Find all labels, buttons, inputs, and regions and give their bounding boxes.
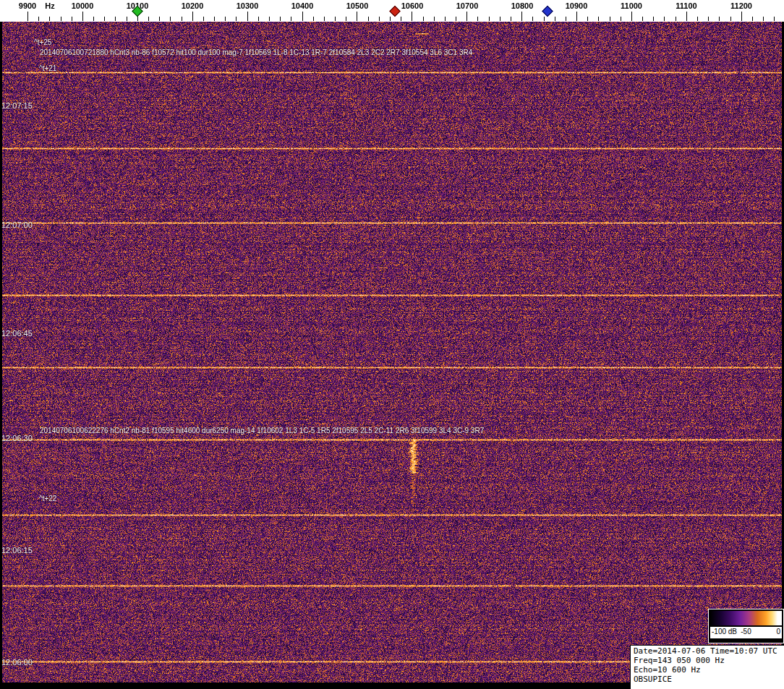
- ruler-tick: [489, 17, 490, 21]
- marker-blue-diamond[interactable]: [542, 6, 553, 17]
- ruler-tick: [214, 17, 215, 21]
- ruler-tick: [477, 17, 478, 21]
- ruler-tick: [774, 17, 775, 21]
- ruler-tick: [642, 17, 643, 21]
- ruler-tick: [521, 12, 522, 21]
- ruler-tick: [621, 17, 621, 21]
- ruler-label: 11100: [676, 1, 696, 10]
- ruler-tick: [346, 17, 346, 21]
- ruler-tick: [434, 17, 435, 21]
- ruler-tick: [269, 17, 270, 21]
- ruler-tick: [192, 12, 193, 21]
- ruler-tick: [225, 17, 226, 21]
- ruler-tick: [258, 17, 259, 21]
- ruler-label: 10800: [511, 1, 534, 10]
- ruler-tick: [500, 17, 500, 21]
- ruler-tick: [401, 17, 401, 21]
- ruler-tick: [148, 17, 149, 21]
- ruler-tick: [719, 17, 720, 21]
- ruler-tick: [170, 17, 171, 21]
- ruler-tick: [247, 12, 248, 21]
- ruler-label: 11200: [730, 1, 752, 10]
- ruler-tick: [302, 12, 303, 21]
- ruler-tick: [763, 17, 764, 21]
- ruler-tick: [664, 17, 665, 21]
- ruler-label: 10300: [237, 1, 259, 10]
- ruler-tick: [127, 17, 127, 21]
- ruler-tick: [324, 17, 325, 21]
- ruler-tick: [93, 17, 94, 21]
- ruler-tick: [203, 17, 204, 21]
- ruler-tick: [72, 17, 72, 21]
- waterfall-display: 9900100001010010200103001040010500106001…: [0, 0, 784, 689]
- ruler-label: 10400: [291, 1, 314, 10]
- ruler-tick: [182, 17, 182, 21]
- ruler-tick: [236, 17, 237, 21]
- ruler-tick: [708, 17, 709, 21]
- ruler-tick: [38, 17, 39, 21]
- ruler-tick: [357, 12, 357, 21]
- ruler-tick: [610, 17, 610, 21]
- ruler-tick: [741, 12, 742, 21]
- ruler-tick: [27, 12, 28, 21]
- ruler-tick: [82, 12, 83, 21]
- ruler-tick: [511, 17, 511, 21]
- ruler-tick: [159, 17, 160, 21]
- ruler-tick: [544, 17, 545, 21]
- ruler-tick: [313, 17, 314, 21]
- ruler-tick: [598, 17, 599, 21]
- ruler-tick: [466, 12, 467, 21]
- ruler-tick: [335, 17, 336, 21]
- ruler-tick: [379, 17, 380, 21]
- ruler-tick: [115, 17, 116, 21]
- marker-red-diamond[interactable]: [389, 6, 401, 17]
- ruler-unit-label: Hz: [45, 1, 54, 10]
- ruler-label: 10700: [456, 1, 479, 10]
- ruler-label: 10000: [72, 1, 94, 10]
- ruler-tick: [576, 12, 577, 21]
- ruler-tick: [631, 12, 632, 21]
- ruler-tick: [368, 17, 369, 21]
- ruler-tick: [566, 17, 566, 21]
- ruler-tick: [280, 17, 281, 21]
- ruler-tick: [676, 17, 676, 21]
- ruler-tick: [61, 17, 61, 21]
- ruler-tick: [686, 12, 687, 21]
- ruler-label: 11000: [621, 1, 642, 10]
- ruler-label: 9900: [19, 1, 36, 10]
- ruler-tick: [412, 12, 412, 21]
- ruler-tick: [456, 17, 456, 21]
- ruler-label: 10500: [346, 1, 369, 10]
- ruler-tick: [555, 17, 555, 21]
- ruler-tick: [104, 17, 105, 21]
- ruler-tick: [390, 17, 391, 21]
- ruler-tick: [445, 17, 446, 21]
- ruler-tick: [730, 17, 731, 21]
- ruler-tick: [423, 17, 424, 21]
- ruler-tick: [752, 17, 753, 21]
- frequency-ruler[interactable]: 9900100001010010200103001040010500106001…: [0, 0, 784, 22]
- ruler-label: 10600: [401, 1, 424, 10]
- ruler-tick: [49, 17, 50, 21]
- ruler-label: 10200: [182, 1, 204, 10]
- ruler-tick: [532, 17, 533, 21]
- spectrogram-canvas[interactable]: [0, 22, 784, 689]
- ruler-tick: [653, 17, 654, 21]
- ruler-tick: [697, 17, 698, 21]
- ruler-tick: [291, 17, 291, 21]
- ruler-tick: [587, 17, 588, 21]
- ruler-label: 10900: [566, 1, 588, 10]
